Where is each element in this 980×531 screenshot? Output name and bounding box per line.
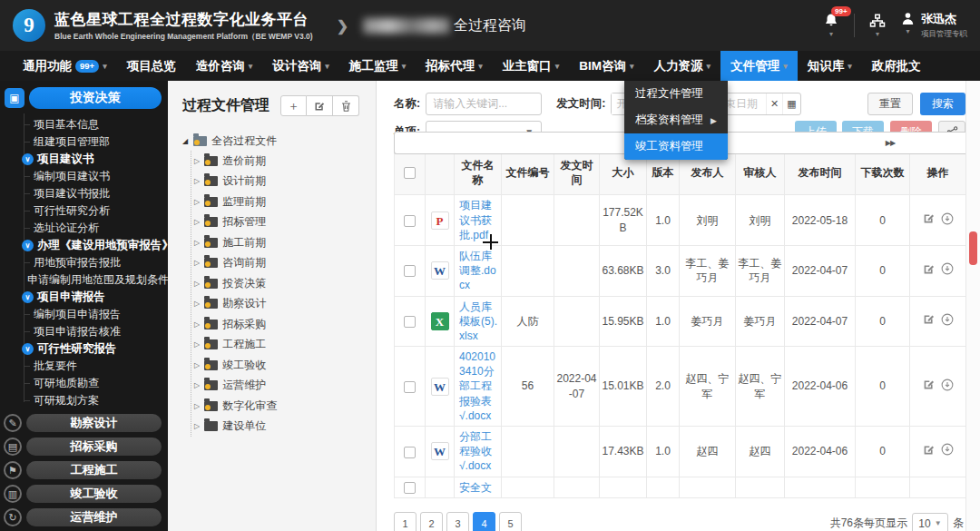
delete-folder-button[interactable] <box>333 95 359 116</box>
row-checkbox[interactable] <box>404 381 416 393</box>
page-number-button[interactable]: 1 <box>394 512 416 531</box>
page-number-button[interactable]: 5 <box>499 512 522 531</box>
add-folder-button[interactable]: ＋ <box>280 95 307 116</box>
user-menu-button[interactable]: ▾ 张迅杰 项目管理专职 <box>900 11 967 40</box>
download-row-icon[interactable] <box>941 262 954 275</box>
sidebar-section-pill[interactable]: 勘察设计 <box>26 414 162 432</box>
reset-button[interactable]: 重置 <box>867 93 913 115</box>
clear-icon[interactable]: ✕ <box>766 93 782 114</box>
edit-folder-button[interactable] <box>307 95 333 116</box>
scrollbar-track[interactable] <box>965 81 980 531</box>
sidebar-menu-item[interactable]: 选址论证分析 <box>31 220 164 237</box>
edit-row-icon[interactable] <box>923 444 935 456</box>
expanded-caret-icon[interactable]: ◢ <box>182 137 188 145</box>
nav-item[interactable]: 设计咨询 ▾ <box>262 51 339 81</box>
tree-node[interactable]: ▷ 造价前期 <box>194 151 367 172</box>
page-number-button[interactable]: 4 <box>473 512 495 531</box>
tree-node[interactable]: ▷ 施工前期 <box>194 232 367 253</box>
tree-node[interactable]: ▷ 监理前期 <box>194 192 367 212</box>
nav-item[interactable]: 通用功能 99+ ▾ <box>13 51 117 81</box>
tree-node[interactable]: ▷ 竣工验收 <box>194 355 367 376</box>
sidebar-section-pill[interactable]: 招标采购 <box>26 438 162 456</box>
org-chart-button[interactable]: ▾ <box>869 13 886 38</box>
edit-row-icon[interactable] <box>923 263 935 275</box>
file-name-link[interactable]: 分部工程验收√.docx <box>459 430 492 472</box>
download-row-icon[interactable] <box>941 212 954 225</box>
collapsed-caret-icon[interactable]: ▷ <box>194 280 200 288</box>
calendar-icon[interactable]: ▦ <box>782 93 799 114</box>
notifications-button[interactable]: 99+ ▾ <box>823 13 839 38</box>
tree-node[interactable]: ▷ 数字化审查 <box>194 396 367 417</box>
sidebar-menu-item[interactable]: 项目基本信息 <box>31 116 164 133</box>
tree-node[interactable]: ▷ 设计前期 <box>194 172 367 192</box>
collapsed-caret-icon[interactable]: ▷ <box>194 340 200 349</box>
row-checkbox[interactable] <box>404 265 416 277</box>
collapsed-caret-icon[interactable]: ▷ <box>194 259 200 267</box>
nav-item[interactable]: 项目总览 <box>117 51 186 81</box>
tree-node[interactable]: ▷ 招标管理 <box>194 212 367 233</box>
row-checkbox[interactable] <box>404 447 416 458</box>
sidebar-menu-item[interactable]: 批复要件 <box>31 358 164 375</box>
row-checkbox[interactable] <box>404 316 416 328</box>
download-row-icon[interactable] <box>941 443 954 456</box>
nav-item[interactable]: BIM咨询 ▾ <box>569 51 643 81</box>
collapsed-caret-icon[interactable]: ▷ <box>194 381 200 389</box>
sidebar-section-pill[interactable]: 运营维护 <box>26 508 162 526</box>
file-name-link[interactable]: 项目建议书获批.pdf <box>459 199 492 241</box>
sidebar-menu-item[interactable]: 项目申请报告核准 <box>31 323 164 340</box>
collapsed-caret-icon[interactable]: ▷ <box>194 320 200 329</box>
sidebar-menu-item[interactable]: 组建项目管理部 <box>31 133 164 151</box>
tree-node[interactable]: ▷ 工程施工 <box>194 335 367 356</box>
name-filter-input[interactable] <box>426 93 542 115</box>
nav-item[interactable]: 文件管理 ▾ <box>720 51 798 81</box>
scrollbar-thumb[interactable] <box>969 231 977 265</box>
sidebar-section-pill[interactable]: 竣工验收 <box>26 485 162 503</box>
file-name-link[interactable]: 安全文 <box>459 481 492 494</box>
file-name-link[interactable]: 队伍库调整.docx <box>459 250 496 291</box>
download-row-icon[interactable] <box>941 313 954 326</box>
collapsed-caret-icon[interactable]: ▷ <box>194 198 200 206</box>
select-all-checkbox[interactable] <box>404 167 416 179</box>
tree-node[interactable]: ▷ 建设单位 <box>194 417 367 438</box>
tree-node[interactable]: ▷ 咨询前期 <box>194 253 367 274</box>
sidebar-menu-item[interactable]: 可研地质勘查 <box>31 375 164 392</box>
tree-root-node[interactable]: ◢ 全咨过程文件 <box>182 131 367 151</box>
tree-node[interactable]: ▷ 招标采购 <box>194 314 367 335</box>
page-number-button[interactable]: 2 <box>420 512 443 531</box>
sidebar-section-pill[interactable]: 工程施工 <box>26 461 162 479</box>
row-checkbox[interactable] <box>404 482 416 494</box>
sidebar-section-investment-decision[interactable]: 投资决策 <box>29 87 162 109</box>
collapsed-caret-icon[interactable]: ▷ <box>194 239 200 247</box>
sidebar-menu-item[interactable]: 编制项目建议书 <box>31 168 164 185</box>
collapsed-caret-icon[interactable]: ▷ <box>194 361 200 369</box>
download-row-icon[interactable] <box>941 379 954 391</box>
tree-node[interactable]: ▷ 运营维护 <box>194 376 367 397</box>
nav-item[interactable]: 业主窗口 ▾ <box>493 51 570 81</box>
nav-item[interactable]: 施工监理 ▾ <box>339 51 416 81</box>
file-name-link[interactable]: 人员库模板(5).xlsx <box>459 300 497 342</box>
sidebar-menu-item[interactable]: 可行性研究分析 <box>31 202 164 220</box>
edit-row-icon[interactable] <box>923 313 935 325</box>
dropdown-item[interactable]: 过程文件管理 <box>624 81 728 107</box>
page-number-button[interactable]: 3 <box>446 512 469 531</box>
page-size-select[interactable]: 10 ▼ <box>912 513 948 531</box>
nav-item[interactable]: 造价咨询 ▾ <box>186 51 263 81</box>
sidebar-menu-item[interactable]: ∨ 项目建议书 <box>31 151 164 168</box>
sidebar-menu-item[interactable]: ∨ 办理《建设用地预审报告》 <box>31 237 164 254</box>
collapsed-caret-icon[interactable]: ▷ <box>194 157 200 165</box>
file-name-link[interactable]: 4020103410分部工程报验表√.docx <box>459 350 495 422</box>
nav-item[interactable]: 政府批文 <box>862 51 931 81</box>
tree-node[interactable]: ▷ 勘察设计 <box>194 294 367 315</box>
dropdown-item[interactable]: 竣工资料管理 <box>624 133 728 160</box>
sidebar-menu-item[interactable]: 申请编制用地范围及规划条件 <box>31 271 164 289</box>
dropdown-item[interactable]: 档案资料管理 ▶ <box>624 107 728 133</box>
nav-item[interactable]: 人力资源 ▾ <box>644 51 721 81</box>
sidebar-menu-item[interactable]: 用地预审报告报批 <box>31 254 164 271</box>
edit-row-icon[interactable] <box>923 379 935 390</box>
sidebar-menu-item[interactable]: 可研规划方案 <box>31 392 164 409</box>
edit-row-icon[interactable] <box>923 212 935 224</box>
sidebar-menu-item[interactable]: 编制项目申请报告 <box>31 306 164 323</box>
collapsed-caret-icon[interactable]: ▷ <box>194 402 200 410</box>
sidebar-menu-item[interactable]: 项目建议书报批 <box>31 185 164 202</box>
nav-item[interactable]: 知识库 ▾ <box>798 51 862 81</box>
